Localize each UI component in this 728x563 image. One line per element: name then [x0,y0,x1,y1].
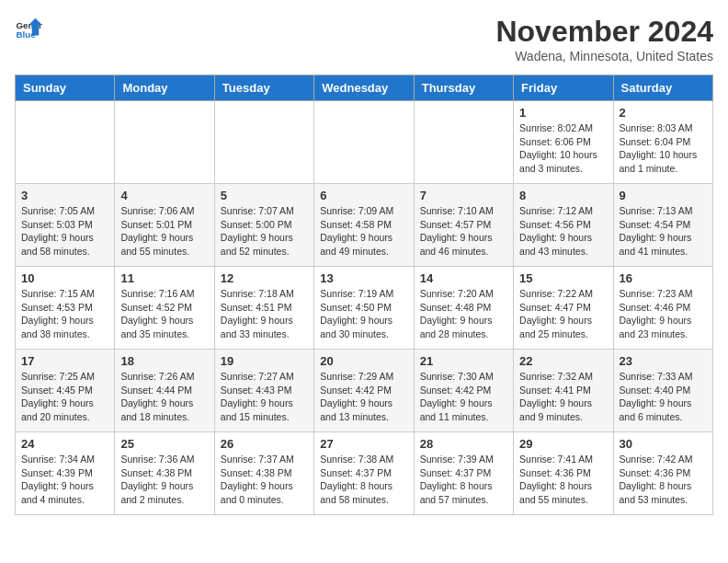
calendar-cell: 3Sunrise: 7:05 AM Sunset: 5:03 PM Daylig… [16,184,115,267]
day-number: 11 [120,271,208,285]
day-number: 6 [320,189,407,202]
calendar-cell: 10Sunrise: 7:15 AM Sunset: 4:53 PM Dayli… [16,267,115,350]
day-number: 13 [320,271,407,285]
day-number: 3 [21,189,108,202]
calendar-week-5: 24Sunrise: 7:34 AM Sunset: 4:39 PM Dayli… [16,432,713,515]
day-number: 7 [420,189,507,202]
day-number: 2 [620,106,707,120]
calendar-cell: 9Sunrise: 7:13 AM Sunset: 4:54 PM Daylig… [613,184,712,267]
day-header-saturday: Saturday [613,75,712,101]
calendar-cell: 14Sunrise: 7:20 AM Sunset: 4:48 PM Dayli… [414,267,513,350]
calendar-cell [115,101,214,184]
day-info: Sunrise: 7:23 AM Sunset: 4:46 PM Dayligh… [620,287,707,341]
day-number: 29 [519,437,607,451]
calendar-week-1: 1Sunrise: 8:02 AM Sunset: 6:06 PM Daylig… [16,101,713,184]
calendar-cell: 21Sunrise: 7:30 AM Sunset: 4:42 PM Dayli… [414,350,513,432]
day-info: Sunrise: 7:18 AM Sunset: 4:51 PM Dayligh… [221,287,308,341]
day-info: Sunrise: 7:19 AM Sunset: 4:50 PM Dayligh… [320,287,407,341]
day-info: Sunrise: 7:33 AM Sunset: 4:40 PM Dayligh… [620,370,707,424]
calendar-week-2: 3Sunrise: 7:05 AM Sunset: 5:03 PM Daylig… [16,184,713,267]
day-info: Sunrise: 7:27 AM Sunset: 4:43 PM Dayligh… [221,370,308,424]
calendar-cell: 17Sunrise: 7:25 AM Sunset: 4:45 PM Dayli… [16,350,115,432]
day-info: Sunrise: 7:10 AM Sunset: 4:57 PM Dayligh… [420,204,507,259]
day-header-wednesday: Wednesday [314,75,414,101]
day-header-sunday: Sunday [16,75,115,101]
calendar-cell: 18Sunrise: 7:26 AM Sunset: 4:44 PM Dayli… [115,350,214,432]
day-header-thursday: Thursday [414,75,513,101]
day-info: Sunrise: 7:13 AM Sunset: 4:54 PM Dayligh… [620,204,707,259]
calendar-cell [414,101,513,184]
day-info: Sunrise: 7:26 AM Sunset: 4:44 PM Dayligh… [120,370,208,424]
logo: General Blue [15,15,42,42]
day-info: Sunrise: 7:38 AM Sunset: 4:37 PM Dayligh… [320,453,407,507]
day-info: Sunrise: 8:02 AM Sunset: 6:06 PM Dayligh… [519,121,607,176]
day-number: 4 [120,189,208,202]
calendar-week-3: 10Sunrise: 7:15 AM Sunset: 4:53 PM Dayli… [16,267,713,350]
day-number: 9 [620,189,707,202]
calendar-cell: 5Sunrise: 7:07 AM Sunset: 5:00 PM Daylig… [214,184,313,267]
day-info: Sunrise: 7:37 AM Sunset: 4:38 PM Dayligh… [221,453,308,507]
day-info: Sunrise: 8:03 AM Sunset: 6:04 PM Dayligh… [620,121,707,176]
calendar-cell: 20Sunrise: 7:29 AM Sunset: 4:42 PM Dayli… [314,350,414,432]
day-info: Sunrise: 7:29 AM Sunset: 4:42 PM Dayligh… [320,370,407,424]
day-number: 28 [420,437,507,451]
calendar-table: SundayMondayTuesdayWednesdayThursdayFrid… [15,75,713,515]
calendar-cell: 7Sunrise: 7:10 AM Sunset: 4:57 PM Daylig… [414,184,513,267]
calendar-cell [16,101,115,184]
day-number: 15 [519,271,607,285]
logo-icon: General Blue [15,15,42,42]
calendar-cell: 6Sunrise: 7:09 AM Sunset: 4:58 PM Daylig… [314,184,414,267]
day-header-tuesday: Tuesday [214,75,313,101]
day-info: Sunrise: 7:22 AM Sunset: 4:47 PM Dayligh… [519,287,607,341]
day-info: Sunrise: 7:05 AM Sunset: 5:03 PM Dayligh… [21,204,108,259]
day-info: Sunrise: 7:25 AM Sunset: 4:45 PM Dayligh… [21,370,108,424]
day-number: 21 [420,354,507,368]
day-number: 20 [320,354,407,368]
calendar-cell: 28Sunrise: 7:39 AM Sunset: 4:37 PM Dayli… [414,432,513,515]
day-info: Sunrise: 7:34 AM Sunset: 4:39 PM Dayligh… [21,453,108,507]
day-number: 23 [620,354,707,368]
day-info: Sunrise: 7:12 AM Sunset: 4:56 PM Dayligh… [519,204,607,259]
day-info: Sunrise: 7:42 AM Sunset: 4:36 PM Dayligh… [620,453,707,507]
day-number: 8 [519,189,607,202]
day-info: Sunrise: 7:36 AM Sunset: 4:38 PM Dayligh… [120,453,208,507]
day-info: Sunrise: 7:32 AM Sunset: 4:41 PM Dayligh… [519,370,607,424]
calendar-cell: 4Sunrise: 7:06 AM Sunset: 5:01 PM Daylig… [115,184,214,267]
day-info: Sunrise: 7:07 AM Sunset: 5:00 PM Dayligh… [221,204,308,259]
day-number: 16 [620,271,707,285]
day-number: 25 [120,437,208,451]
day-number: 26 [221,437,308,451]
location-title: Wadena, Minnesota, United States [495,49,713,63]
calendar-cell: 12Sunrise: 7:18 AM Sunset: 4:51 PM Dayli… [214,267,313,350]
day-number: 19 [221,354,308,368]
day-number: 14 [420,271,507,285]
day-info: Sunrise: 7:41 AM Sunset: 4:36 PM Dayligh… [519,453,607,507]
calendar-cell: 24Sunrise: 7:34 AM Sunset: 4:39 PM Dayli… [16,432,115,515]
calendar-cell: 2Sunrise: 8:03 AM Sunset: 6:04 PM Daylig… [613,101,712,184]
calendar-cell: 26Sunrise: 7:37 AM Sunset: 4:38 PM Dayli… [214,432,313,515]
day-number: 22 [519,354,607,368]
day-number: 1 [519,106,607,120]
calendar-cell: 8Sunrise: 7:12 AM Sunset: 4:56 PM Daylig… [514,184,613,267]
day-info: Sunrise: 7:16 AM Sunset: 4:52 PM Dayligh… [120,287,208,341]
calendar-cell: 16Sunrise: 7:23 AM Sunset: 4:46 PM Dayli… [613,267,712,350]
calendar-cell: 19Sunrise: 7:27 AM Sunset: 4:43 PM Dayli… [214,350,313,432]
day-number: 10 [21,271,108,285]
calendar-cell: 22Sunrise: 7:32 AM Sunset: 4:41 PM Dayli… [514,350,613,432]
day-info: Sunrise: 7:30 AM Sunset: 4:42 PM Dayligh… [420,370,507,424]
calendar-cell: 13Sunrise: 7:19 AM Sunset: 4:50 PM Dayli… [314,267,414,350]
calendar-cell: 29Sunrise: 7:41 AM Sunset: 4:36 PM Dayli… [514,432,613,515]
day-header-friday: Friday [514,75,613,101]
day-info: Sunrise: 7:09 AM Sunset: 4:58 PM Dayligh… [320,204,407,259]
day-number: 27 [320,437,407,451]
calendar-week-4: 17Sunrise: 7:25 AM Sunset: 4:45 PM Dayli… [16,350,713,432]
day-header-monday: Monday [115,75,214,101]
calendar-cell: 11Sunrise: 7:16 AM Sunset: 4:52 PM Dayli… [115,267,214,350]
day-info: Sunrise: 7:39 AM Sunset: 4:37 PM Dayligh… [420,453,507,507]
day-info: Sunrise: 7:06 AM Sunset: 5:01 PM Dayligh… [120,204,208,259]
day-number: 5 [221,189,308,202]
calendar-cell: 1Sunrise: 8:02 AM Sunset: 6:06 PM Daylig… [514,101,613,184]
day-number: 24 [21,437,108,451]
calendar-cell: 25Sunrise: 7:36 AM Sunset: 4:38 PM Dayli… [115,432,214,515]
month-title: November 2024 [495,15,713,49]
